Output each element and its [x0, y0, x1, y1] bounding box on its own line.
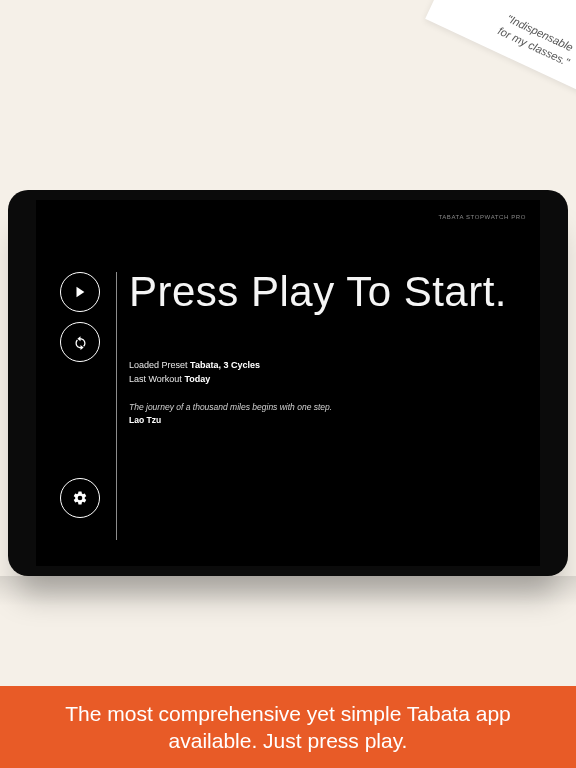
- caption-text: The most comprehensive yet simple Tabata…: [28, 700, 548, 755]
- start-heading: Press Play To Start.: [129, 268, 526, 315]
- preset-meta: Loaded Preset Tabata, 3 Cycles Last Work…: [129, 359, 526, 387]
- table-shadow: [0, 576, 576, 606]
- app-screen: TABATA STOPWATCH PRO Press Play To Start…: [36, 200, 540, 566]
- corner-ribbon: "Indispensable for my classes.": [425, 0, 576, 112]
- vertical-divider: [116, 272, 117, 540]
- ribbon-quote: "Indispensable for my classes.": [496, 10, 576, 69]
- settings-button[interactable]: [60, 478, 100, 518]
- tablet-frame: TABATA STOPWATCH PRO Press Play To Start…: [8, 190, 568, 576]
- marketing-caption: The most comprehensive yet simple Tabata…: [0, 686, 576, 768]
- last-workout-row: Last Workout Today: [129, 373, 526, 387]
- app-content: Press Play To Start. Loaded Preset Tabat…: [54, 272, 526, 552]
- last-workout-value: Today: [184, 374, 210, 384]
- loaded-preset-value: Tabata, 3 Cycles: [190, 360, 260, 370]
- quote-text: The journey of a thousand miles begins w…: [129, 401, 526, 414]
- play-button[interactable]: [60, 272, 100, 312]
- inspiration-quote: The journey of a thousand miles begins w…: [129, 401, 526, 427]
- loaded-preset-row: Loaded Preset Tabata, 3 Cycles: [129, 359, 526, 373]
- gear-icon: [72, 490, 88, 506]
- controls-column: [54, 272, 106, 552]
- reset-icon: [73, 335, 88, 350]
- main-column: Press Play To Start. Loaded Preset Tabat…: [129, 272, 526, 552]
- last-workout-label: Last Workout: [129, 374, 182, 384]
- play-icon: [73, 285, 87, 299]
- loaded-preset-label: Loaded Preset: [129, 360, 188, 370]
- reset-button[interactable]: [60, 322, 100, 362]
- quote-author: Lao Tzu: [129, 414, 526, 427]
- app-brand: TABATA STOPWATCH PRO: [438, 214, 526, 220]
